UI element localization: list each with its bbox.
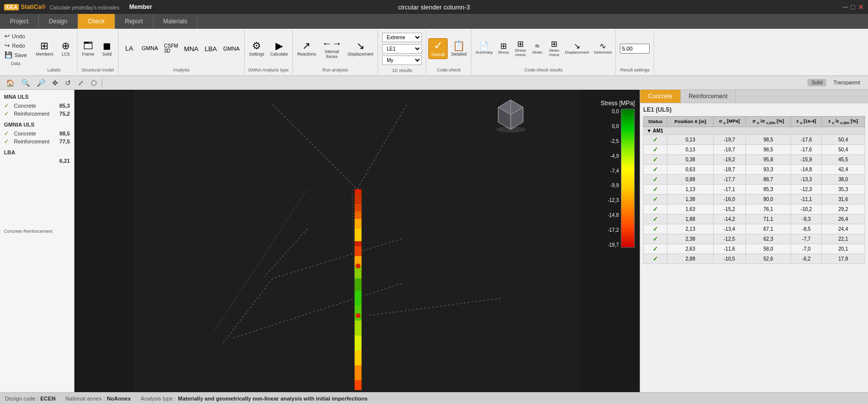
code-check-results-label: Code-check results bbox=[525, 67, 563, 73]
gmnia-title: GMNIA ULS bbox=[4, 122, 70, 128]
cell-pos: 2,88 bbox=[668, 254, 713, 264]
main-content: MNA ULS ✓Concrete 85,3 ✓Reinforcement 75… bbox=[0, 90, 868, 392]
tab-report[interactable]: Report bbox=[115, 14, 153, 29]
displacement2-btn[interactable]: ↘ Displacement bbox=[563, 41, 591, 56]
col-position: Position X [m] bbox=[668, 117, 713, 127]
lba-btn[interactable]: LBA bbox=[202, 44, 220, 54]
cell-status: ✓ bbox=[644, 244, 668, 254]
solid-btn[interactable]: ◼ Solid bbox=[98, 39, 116, 58]
la-btn[interactable]: LA bbox=[121, 44, 138, 54]
table-row: ✓ 0,13 -19,7 98,5 -17,6 50,4 bbox=[644, 135, 865, 144]
table-row: ✓ 2,13 -13,4 67,1 -8,5 24,4 bbox=[644, 224, 865, 234]
cell-sigma-pct: 85,3 bbox=[745, 184, 791, 194]
cell-sigma: -13,4 bbox=[713, 224, 745, 234]
my-select[interactable]: My bbox=[382, 56, 422, 65]
svg-rect-13 bbox=[355, 211, 362, 219]
save-btn[interactable]: 💾 Save bbox=[3, 51, 28, 59]
undo-btn[interactable]: ↩ Undo bbox=[3, 32, 28, 40]
result-settings-input[interactable] bbox=[620, 44, 650, 54]
shape-btn[interactable]: ⬡ bbox=[89, 78, 99, 88]
canvas-area[interactable]: Stress [MPa] 0,0 0,0 -2,5 -4,9 -7,4 -9,9… bbox=[74, 90, 640, 392]
gmnia-section: GMNIA ULS ✓Concrete 98,5 ✓Reinforcement … bbox=[4, 122, 70, 145]
tab-project[interactable]: Project bbox=[0, 14, 39, 29]
svg-rect-11 bbox=[355, 194, 362, 204]
data-group-label: Data bbox=[3, 60, 28, 67]
cell-epsilon-pct: 50,4 bbox=[822, 135, 865, 144]
pan-btn[interactable]: ✥ bbox=[50, 78, 60, 88]
minimize-btn[interactable]: ─ bbox=[843, 3, 848, 11]
legend-labels: 0,0 0,0 -2,5 -4,9 -7,4 -9,9 -12,3 -14,8 … bbox=[607, 109, 619, 248]
cell-status: ✓ bbox=[644, 154, 668, 164]
svg-rect-16 bbox=[355, 241, 362, 246]
solid-view-btn[interactable]: Solid bbox=[807, 79, 826, 86]
national-annex-value: NoAnnex bbox=[107, 396, 131, 402]
gmna-btn[interactable]: GMNA bbox=[139, 44, 161, 54]
right-panel-content: LE1 (ULS) Status Position X [m] σ c [MPa… bbox=[640, 103, 868, 392]
cell-epsilon-pct: 45,5 bbox=[822, 154, 865, 164]
cell-pos: 1,63 bbox=[668, 204, 713, 214]
legend-title: Stress [MPa] bbox=[601, 100, 635, 107]
result-settings-group: Result settings bbox=[616, 30, 654, 74]
frame-btn[interactable]: 🗔 Frame bbox=[79, 39, 97, 58]
cell-sigma: -18,7 bbox=[713, 164, 745, 174]
tab-design[interactable]: Design bbox=[39, 14, 77, 29]
onedresults-group: Extreme LE1 My 1D results bbox=[378, 30, 426, 74]
extreme-select[interactable]: Extreme bbox=[382, 33, 422, 42]
gmnia-concrete: ✓Concrete 98,5 bbox=[4, 130, 70, 137]
tagline: Calculate yesterday's estimates bbox=[50, 5, 119, 10]
lba-value: 6,21 bbox=[4, 157, 70, 164]
members-btn[interactable]: ⊞ Members bbox=[33, 39, 56, 58]
transparent-view-btn[interactable]: Transparent bbox=[829, 79, 864, 86]
displacement-btn[interactable]: ↘ Displacement bbox=[345, 39, 376, 58]
internal-forces-btn[interactable]: ←→ Internalforces bbox=[320, 37, 344, 61]
zoom-btn[interactable]: 🔍 bbox=[19, 78, 32, 88]
tab-concrete[interactable]: Concrete bbox=[640, 90, 681, 103]
cell-epsilon-pct: 17,8 bbox=[822, 254, 865, 264]
refresh-btn[interactable]: ↺ bbox=[63, 78, 73, 88]
strain-btn[interactable]: ≈ Strain bbox=[530, 41, 545, 56]
tab-reinforcement[interactable]: Reinforcement bbox=[681, 90, 736, 103]
stress-check-btn[interactable]: ⊞ Stresscheck bbox=[513, 39, 529, 59]
csfm3d-btn[interactable]: CSFM3D bbox=[162, 42, 181, 55]
le1-select[interactable]: LE1 bbox=[382, 44, 422, 54]
overall-btn[interactable]: ✓ Overall bbox=[428, 38, 448, 59]
cell-epsilon: -11,1 bbox=[791, 194, 822, 204]
cell-pos: 1,88 bbox=[668, 214, 713, 224]
table-row: ✓ 1,88 -14,2 71,1 -9,3 26,4 bbox=[644, 214, 865, 224]
search-btn[interactable]: 🔎 bbox=[35, 78, 47, 88]
cell-sigma-pct: 88,7 bbox=[745, 174, 791, 184]
tab-materials[interactable]: Materials bbox=[153, 14, 198, 29]
onedresults-label: 1D results bbox=[392, 67, 412, 74]
summary-btn[interactable]: 📄 Summary bbox=[473, 41, 494, 56]
close-btn[interactable]: ✕ bbox=[858, 3, 864, 11]
calculate-btn[interactable]: ▶ Calculate bbox=[267, 39, 290, 58]
cell-epsilon-pct: 42,4 bbox=[822, 164, 865, 174]
tab-check[interactable]: Check bbox=[78, 14, 115, 29]
maximize-btn[interactable]: □ bbox=[851, 3, 855, 11]
gmna-type-label: GMNA Analysis type bbox=[248, 67, 289, 73]
cell-sigma-pct: 98,5 bbox=[745, 144, 791, 154]
nav-tabs: Project Design Check Report Materials bbox=[0, 14, 868, 29]
stress-btn[interactable]: ⊞ Stress bbox=[496, 41, 512, 56]
cell-pos: 2,13 bbox=[668, 224, 713, 234]
svg-point-29 bbox=[356, 264, 361, 269]
detailed-btn[interactable]: 📋 Detailed bbox=[449, 39, 469, 58]
cell-pos: 1,38 bbox=[668, 194, 713, 204]
gmna2-btn[interactable]: GMNA bbox=[221, 45, 242, 53]
strain-check-btn[interactable]: ⊞ Straincheck bbox=[546, 39, 562, 59]
legend-gradient-bar bbox=[621, 109, 635, 248]
home-btn[interactable]: 🏠 bbox=[4, 78, 16, 88]
expand-btn[interactable]: ⤢ bbox=[76, 78, 86, 88]
3d-cube[interactable] bbox=[491, 95, 531, 135]
cell-sigma-pct: 98,5 bbox=[745, 135, 791, 144]
deformed-btn[interactable]: ∿ Deformed bbox=[592, 41, 613, 56]
reactions-btn[interactable]: ↗ Reactions bbox=[295, 39, 319, 58]
cell-status: ✓ bbox=[644, 224, 668, 234]
mna-btn[interactable]: MNA bbox=[182, 44, 201, 54]
redo-btn[interactable]: ↪ Redo bbox=[3, 41, 28, 50]
ribbon: ↩ Undo ↪ Redo 💾 Save Data ⊞ Members ⊕ LC… bbox=[0, 29, 868, 76]
settings-btn[interactable]: ⚙ Settings bbox=[247, 39, 267, 58]
lcs-btn[interactable]: ⊕ LCS bbox=[57, 39, 75, 58]
cell-epsilon-pct: 29,2 bbox=[822, 204, 865, 214]
cell-status: ✓ bbox=[644, 214, 668, 224]
